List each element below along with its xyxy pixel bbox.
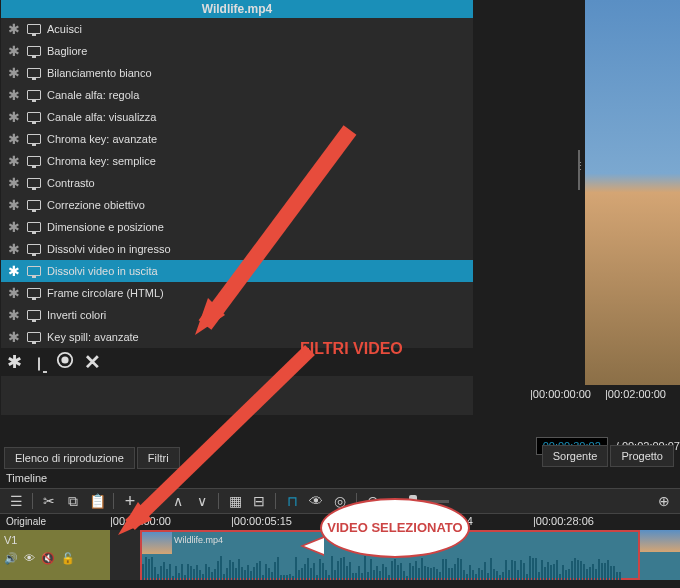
paste-icon[interactable]: 📋 [89,493,105,509]
monitor-icon [27,134,41,144]
filter-item-label: Canale alfa: visualizza [47,111,156,123]
originale-label: Originale [6,516,46,527]
monitor-icon [27,200,41,210]
filter-item[interactable]: ✱Canale alfa: regola [1,84,473,106]
zoom-in-icon[interactable]: ⊕ [656,493,672,509]
filter-item[interactable]: ✱Canale alfa: visualizza [1,106,473,128]
video-clip[interactable]: Wildlife.mp4 [140,530,640,580]
filter-item[interactable]: ✱Dimensione e posizione [1,216,473,238]
panel-resize-handle[interactable] [578,150,580,190]
filter-item[interactable]: ✱Contrasto [1,172,473,194]
zoom-out-icon[interactable]: ⊖ [365,493,381,509]
filter-item[interactable]: ✱Chroma key: semplice [1,150,473,172]
snowflake-icon: ✱ [7,241,21,257]
snowflake-icon: ✱ [7,197,21,213]
filter-item-label: Bilanciamento bianco [47,67,152,79]
monitor-icon [27,24,41,34]
volume-icon[interactable]: 🔊 [4,552,18,565]
monitor-icon [27,266,41,276]
filter-item-label: Dissolvi video in ingresso [47,243,171,255]
filter-item-label: Inverti colori [47,309,106,321]
filter-item[interactable]: ✱Bagliore [1,40,473,62]
timeline-panel-label: Timeline [6,472,47,484]
cut-icon[interactable]: ✂ [41,493,57,509]
monitor-icon [27,244,41,254]
scrub-icon[interactable]: 👁 [308,493,324,509]
monitor-icon [27,332,41,342]
eye-icon[interactable]: 👁 [24,552,35,565]
tab-filters[interactable]: Filtri [137,447,180,469]
filter-item-label: Canale alfa: regola [47,89,139,101]
snowflake-icon: ✱ [7,21,21,37]
filter-item-label: Dimensione e posizione [47,221,164,233]
filter-list: ✱Acuisci✱Bagliore✱Bilanciamento bianco✱C… [1,18,473,348]
snowflake-icon: ✱ [7,65,21,81]
snowflake-icon: ✱ [7,131,21,147]
snowflake-icon: ✱ [7,153,21,169]
zoom-slider[interactable] [389,500,449,503]
ripple-icon[interactable]: ◎ [332,493,348,509]
add-icon[interactable]: + [122,491,138,512]
monitor-icon [27,288,41,298]
preview-time-ruler: |00:00:00:00|00:02:00:00 [530,388,680,410]
filter-item[interactable]: ✱Acuisci [1,18,473,40]
all-filters-icon[interactable]: ✱ [7,351,22,373]
snowflake-icon: ✱ [7,43,21,59]
snowflake-icon: ✱ [7,285,21,301]
remove-icon[interactable]: − [146,491,162,512]
filter-item-label: Acuisci [47,23,82,35]
snap-icon[interactable]: ⊓ [284,493,300,509]
monitor-icon [27,90,41,100]
filter-item-label: Dissolvi video in uscita [47,265,158,277]
audio-filters-icon[interactable] [56,351,74,374]
overwrite-icon[interactable]: ▦ [227,493,243,509]
video-preview [585,0,680,385]
snowflake-icon: ✱ [7,109,21,125]
track-header[interactable]: V1 🔊 👁 🔇 🔓 [0,530,110,580]
track-name: V1 [4,534,106,546]
up-icon[interactable]: ∧ [170,493,186,509]
mute-icon[interactable]: 🔇 [41,552,55,565]
filter-item[interactable]: ✱Chroma key: avanzate [1,128,473,150]
clip-waveform [142,556,638,580]
monitor-icon [27,68,41,78]
filter-item-label: Chroma key: avanzate [47,133,157,145]
video-track[interactable]: Wildlife.mp4 [110,530,680,580]
timeline-ruler[interactable]: |00:00:00:00 |00:00:05:15 |00:00:22:14 |… [110,515,654,531]
filter-item-label: Frame circolare (HTML) [47,287,164,299]
tab-source[interactable]: Sorgente [542,445,609,467]
menu-icon[interactable]: ☰ [8,493,24,509]
monitor-icon [27,112,41,122]
monitor-icon [27,222,41,232]
down-icon[interactable]: ∨ [194,493,210,509]
close-icon[interactable]: ✕ [84,350,101,374]
copy-icon[interactable]: ⧉ [65,493,81,510]
filter-item-label: Contrasto [47,177,95,189]
video-filters-icon[interactable] [32,352,46,373]
tab-project[interactable]: Progetto [610,445,674,467]
filter-item[interactable]: ✱Correzione obiettivo [1,194,473,216]
filter-item[interactable]: ✱Dissolvi video in ingresso [1,238,473,260]
filter-item-label: Bagliore [47,45,87,57]
lock-icon[interactable]: 🔓 [61,552,75,565]
filter-item-label: Chroma key: semplice [47,155,156,167]
filter-item[interactable]: ✱Dissolvi video in uscita [1,260,473,282]
snowflake-icon: ✱ [7,307,21,323]
snowflake-icon: ✱ [7,175,21,191]
tab-playlist[interactable]: Elenco di riproduzione [4,447,135,469]
filter-item[interactable]: ✱Inverti colori [1,304,473,326]
snowflake-icon: ✱ [7,219,21,235]
snowflake-icon: ✱ [7,263,21,279]
svg-point-1 [62,357,67,362]
snowflake-icon: ✱ [7,87,21,103]
filter-item-label: Correzione obiettivo [47,199,145,211]
clip-filename: Wildlife.mp4 [174,535,223,545]
filter-item[interactable]: ✱Bilanciamento bianco [1,62,473,84]
video-clip-2[interactable] [640,530,680,580]
filter-item[interactable]: ✱Key spill: avanzate [1,326,473,348]
filter-item[interactable]: ✱Frame circolare (HTML) [1,282,473,304]
monitor-icon [27,310,41,320]
monitor-icon [27,156,41,166]
split-icon[interactable]: ⊟ [251,493,267,509]
filter-panel-title: Wildlife.mp4 [1,0,473,18]
